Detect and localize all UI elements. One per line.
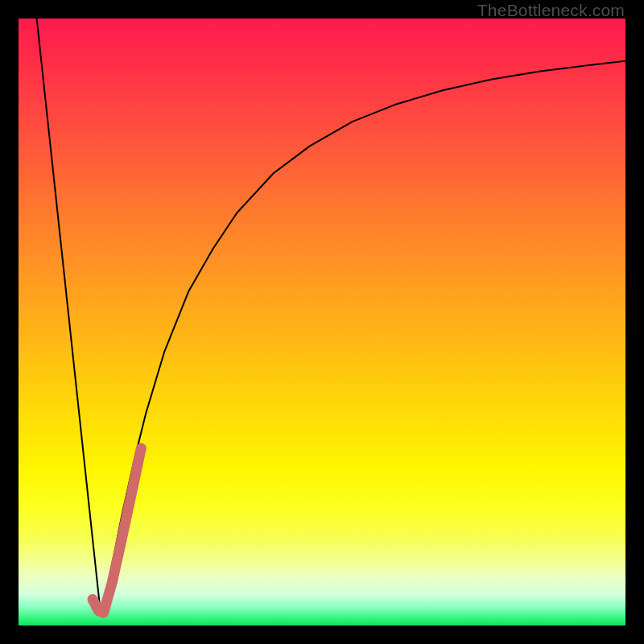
series-ascent bbox=[102, 61, 625, 613]
chart-frame: TheBottleneck.com bbox=[0, 0, 644, 644]
series-descent bbox=[37, 19, 101, 612]
series-marker bbox=[93, 448, 141, 613]
watermark-text: TheBottleneck.com bbox=[477, 1, 625, 20]
curve-layer bbox=[19, 19, 625, 625]
plot-area bbox=[19, 19, 625, 625]
series-group bbox=[37, 19, 625, 613]
